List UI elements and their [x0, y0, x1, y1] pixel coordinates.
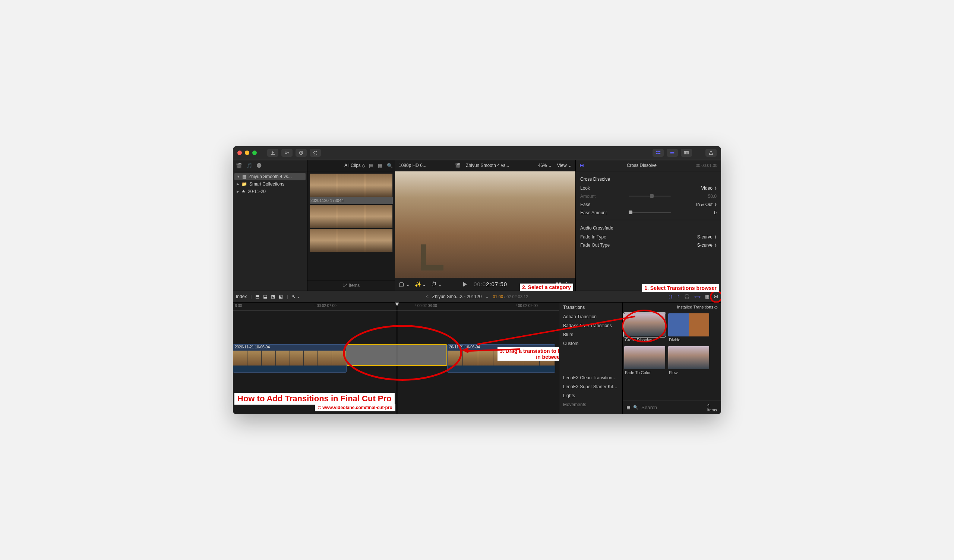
viewer-canvas[interactable]: [395, 171, 575, 278]
solo-icon[interactable]: 🎧: [684, 294, 690, 299]
annotation-arrow-head: [462, 347, 468, 353]
close-window-button[interactable]: [237, 151, 242, 155]
clip-browser: All Clips ◇ ▤ ▦ 🔍 20201120-173044 14 ite…: [307, 160, 395, 291]
look-dropdown[interactable]: Video▴▾: [625, 185, 717, 191]
index-button[interactable]: Index: [236, 294, 247, 299]
transition-thumbnail[interactable]: Fade To Color: [624, 346, 665, 376]
filmstrip-view-icon[interactable]: ▤: [369, 163, 374, 168]
transition-thumbnail[interactable]: Flow: [668, 346, 709, 376]
project-title[interactable]: Zhiyun Smo...X - 201120: [432, 294, 482, 299]
library-titles-tab-icon[interactable]: 🅣: [257, 163, 262, 168]
viewer-timecode: 00:02:07:50: [474, 281, 507, 288]
transform-tool-icon[interactable]: ▢ ⌄: [399, 281, 410, 288]
library-smart-collections-row[interactable]: ▶ 📁 Smart Collections: [233, 180, 307, 188]
skimming-icon[interactable]: ⫿⫿: [669, 294, 673, 299]
search-icon[interactable]: 🔍: [387, 163, 392, 168]
background-tasks-button[interactable]: [296, 149, 307, 157]
ruler-tick: 00:02:07:00: [315, 304, 337, 306]
maximize-window-button[interactable]: [252, 151, 257, 155]
refresh-button[interactable]: [310, 149, 321, 157]
keyword-button[interactable]: [281, 149, 293, 157]
svg-rect-4: [659, 151, 661, 152]
category-item[interactable]: Movements: [560, 400, 622, 409]
svg-rect-8: [670, 152, 675, 154]
layout-inspector-button[interactable]: [681, 149, 692, 157]
clip-name: 2020-11-21 10-06-04: [233, 345, 346, 351]
library-media-tab-icon[interactable]: 🎬: [236, 163, 242, 168]
svg-rect-2: [656, 151, 657, 152]
audio-skimming-icon[interactable]: ⫾: [678, 294, 680, 299]
ease-amount-slider[interactable]: [629, 212, 671, 213]
date-folder-label: 20-11-20: [248, 189, 266, 194]
viewer-panel: 1080p HD 6... 🎬 Zhiyun Smooth 4 vs... 46…: [395, 160, 576, 291]
connect-clip-icon[interactable]: ⬒: [255, 294, 259, 299]
clapper-icon: 🎬: [455, 163, 461, 168]
library-sidebar: 🎬 🎵 🅣 ▼ ▦ Zhiyun Smooth 4 vs... ▶ 📁 Smar…: [233, 160, 307, 291]
titlebar: [233, 146, 721, 160]
clip-thumbnail[interactable]: 20201120-173044: [310, 174, 393, 204]
minimize-window-button[interactable]: [245, 151, 249, 155]
traffic-lights: [237, 151, 257, 155]
prev-edit-icon[interactable]: <: [426, 294, 429, 299]
clip-filter-dropdown[interactable]: All Clips ◇: [344, 163, 365, 168]
video-frame: [395, 171, 575, 278]
overwrite-clip-icon[interactable]: ⬕: [279, 294, 283, 299]
transitions-grid-panel: Installed Transitions ◇ Cross Dissolve D…: [622, 303, 721, 414]
app-window: 🎬 🎵 🅣 ▼ ▦ Zhiyun Smooth 4 vs... ▶ 📁 Smar…: [233, 146, 721, 414]
disclosure-icon: ▶: [237, 190, 239, 193]
inspector-duration: 00:00:01:00: [696, 163, 717, 168]
transition-inspector-icon: ⧓: [580, 163, 584, 168]
layout-timeline-button[interactable]: [667, 149, 678, 157]
transition-name: Fade To Color: [624, 369, 665, 376]
append-clip-icon[interactable]: ⬔: [271, 294, 275, 299]
library-event-row[interactable]: ▼ ▦ Zhiyun Smooth 4 vs...: [234, 173, 306, 180]
layout-photos-button[interactable]: [653, 149, 664, 157]
svg-rect-5: [656, 153, 657, 154]
transition-search-input[interactable]: [641, 404, 704, 410]
category-item[interactable]: LenoFX Super Starter Kit 3....: [560, 382, 622, 391]
library-date-row[interactable]: ▶ ★ 20-11-20: [233, 188, 307, 195]
view-dropdown[interactable]: View ⌄: [557, 163, 572, 168]
import-button[interactable]: [267, 149, 278, 157]
library-tabs: 🎬 🎵 🅣: [233, 160, 307, 171]
svg-rect-6: [657, 153, 659, 154]
clip-thumbnail[interactable]: [310, 205, 393, 228]
smart-collections-label: Smart Collections: [249, 182, 284, 187]
share-button[interactable]: [705, 149, 717, 157]
play-button[interactable]: [463, 282, 467, 286]
fade-out-dropdown[interactable]: S-curve▴▾: [625, 243, 717, 248]
annotation-circle: [622, 310, 667, 342]
zoom-dropdown[interactable]: 46% ⌄: [538, 163, 552, 168]
category-item[interactable]: Blurs: [560, 330, 622, 339]
library-music-tab-icon[interactable]: 🎵: [246, 163, 252, 168]
inspector-title: Cross Dissolve: [588, 163, 696, 168]
amount-slider[interactable]: [629, 196, 671, 197]
category-item[interactable]: Custom: [560, 339, 622, 348]
tutorial-credit: © www.videolane.com/final-cut-pro: [315, 404, 395, 411]
fade-out-label: Fade Out Type: [580, 243, 625, 248]
amount-value[interactable]: 50.0: [675, 194, 717, 199]
grid-list-toggle-icon[interactable]: ▦: [627, 405, 630, 410]
snapping-icon[interactable]: ⟷: [694, 294, 701, 299]
insert-clip-icon[interactable]: ⬓: [263, 294, 267, 299]
effects-browser-icon[interactable]: ▦: [705, 294, 709, 299]
timeline-clip[interactable]: 2020-11-21 10-06-04: [233, 344, 346, 373]
event-name: Zhiyun Smooth 4 vs...: [249, 174, 292, 179]
list-view-icon[interactable]: ▦: [378, 163, 383, 168]
retime-tool-icon[interactable]: ⏱ ⌄: [431, 281, 441, 288]
enhance-tool-icon[interactable]: ✨⌄: [415, 281, 427, 288]
ease-label: Ease: [580, 202, 625, 207]
categories-header[interactable]: Transitions: [560, 303, 622, 312]
fade-in-dropdown[interactable]: S-curve▴▾: [625, 234, 717, 240]
clip-thumbnail[interactable]: [310, 229, 393, 252]
select-tool-dropdown[interactable]: ↖ ⌄: [292, 294, 300, 299]
category-item[interactable]: LenoFX Clean Transitions F...: [560, 373, 622, 382]
transition-thumbnail[interactable]: Divide: [668, 313, 709, 343]
annotation-circle: [710, 290, 721, 303]
timeline-area[interactable]: 6:00 00:02:07:00 00:02:08:00 00:02:09:00…: [233, 303, 559, 414]
category-item[interactable]: Lights: [560, 391, 622, 400]
ease-dropdown[interactable]: In & Out▴▾: [625, 202, 717, 207]
ease-amount-value[interactable]: 0: [675, 210, 717, 215]
transitions-browser-icon[interactable]: ⋈: [714, 294, 718, 299]
annotation-oval: [343, 325, 462, 381]
